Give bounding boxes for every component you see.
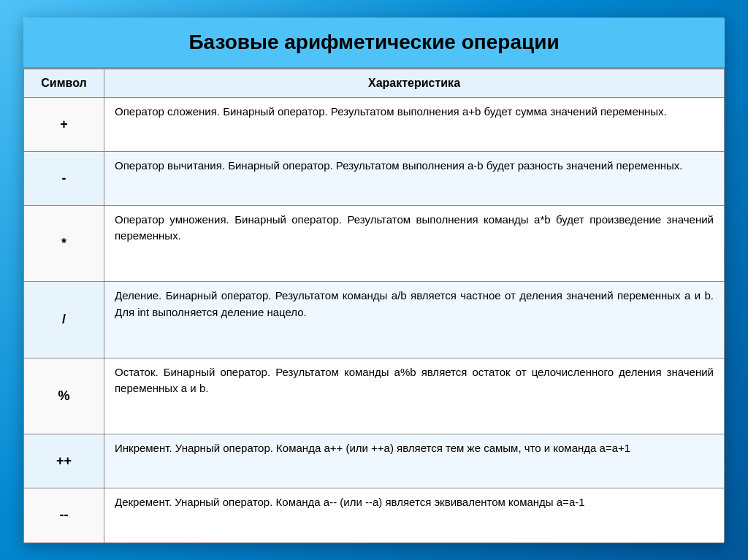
table-row: /Деление. Бинарный оператор. Результатом… — [24, 282, 725, 358]
cell-description: Декремент. Унарный оператор. Команда a--… — [104, 488, 725, 542]
cell-symbol: - — [24, 151, 104, 205]
table-body: +Оператор сложения. Бинарный оператор. Р… — [24, 97, 725, 542]
cell-description: Инкремент. Унарный оператор. Команда a++… — [104, 434, 725, 488]
cell-description: Деление. Бинарный оператор. Результатом … — [104, 282, 725, 358]
col-description-header: Характеристика — [104, 69, 725, 97]
slide-container: Базовые арифметические операции Символ Х… — [23, 18, 725, 543]
cell-symbol: % — [24, 358, 104, 434]
cell-symbol: + — [24, 97, 104, 151]
col-symbol-header: Символ — [24, 69, 104, 97]
cell-symbol: ++ — [24, 434, 104, 488]
cell-symbol: -- — [24, 488, 104, 542]
table-row: -Оператор вычитания. Бинарный оператор. … — [24, 151, 725, 205]
slide-title: Базовые арифметические операции — [23, 18, 725, 69]
cell-description: Оператор вычитания. Бинарный оператор. Р… — [104, 151, 725, 205]
cell-symbol: * — [24, 205, 104, 281]
table-row: *Оператор умножения. Бинарный оператор. … — [24, 205, 725, 281]
cell-symbol: / — [24, 282, 104, 358]
table-wrapper: Символ Характеристика +Оператор сложения… — [23, 69, 725, 543]
table-row: +Оператор сложения. Бинарный оператор. Р… — [24, 97, 725, 151]
cell-description: Оператор сложения. Бинарный оператор. Ре… — [104, 97, 725, 151]
table-row: %Остаток. Бинарный оператор. Результатом… — [24, 358, 725, 434]
table-header-row: Символ Характеристика — [24, 69, 725, 97]
table-row: --Декремент. Унарный оператор. Команда a… — [24, 488, 725, 542]
table-row: ++Инкремент. Унарный оператор. Команда a… — [24, 434, 725, 488]
cell-description: Оператор умножения. Бинарный оператор. Р… — [104, 205, 725, 281]
cell-description: Остаток. Бинарный оператор. Результатом … — [104, 358, 725, 434]
operators-table: Символ Характеристика +Оператор сложения… — [23, 69, 725, 543]
